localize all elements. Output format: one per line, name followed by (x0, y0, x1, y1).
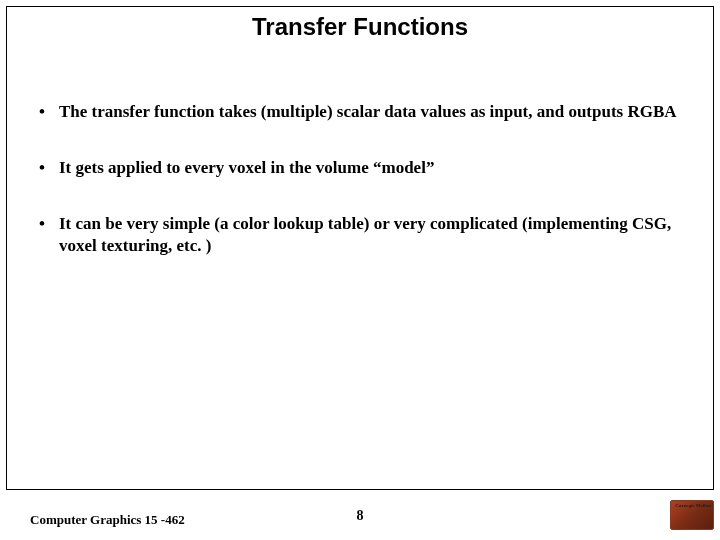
slide-title: Transfer Functions (7, 7, 713, 61)
footer-course: Computer Graphics 15 -462 (30, 512, 185, 528)
list-item: The transfer function takes (multiple) s… (35, 101, 685, 123)
slide-content: The transfer function takes (multiple) s… (7, 61, 713, 257)
bullet-list: The transfer function takes (multiple) s… (35, 101, 685, 257)
list-item: It can be very simple (a color lookup ta… (35, 213, 685, 257)
list-item: It gets applied to every voxel in the vo… (35, 157, 685, 179)
slide-frame: Transfer Functions The transfer function… (6, 6, 714, 490)
logo-text: Carnegie Mellon (675, 503, 711, 508)
page-number: 8 (357, 508, 364, 524)
slide-footer: Computer Graphics 15 -462 8 Carnegie Mel… (0, 500, 720, 530)
university-logo: Carnegie Mellon (670, 500, 714, 530)
